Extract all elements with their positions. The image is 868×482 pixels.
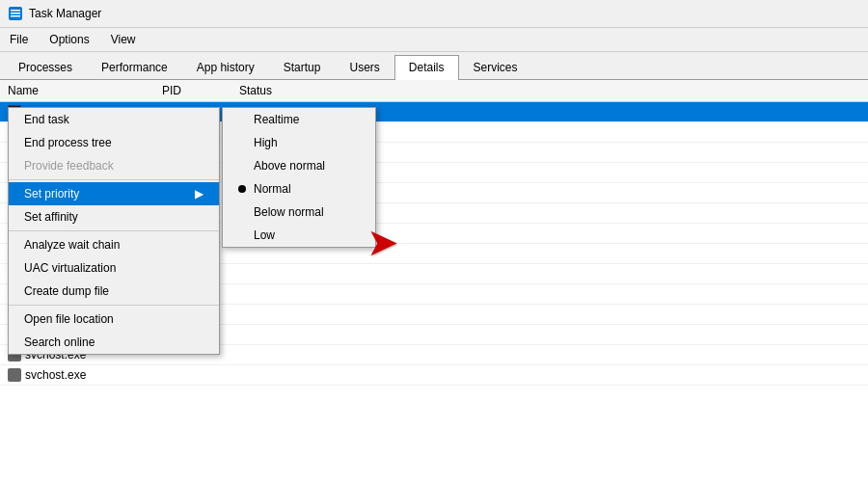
- cell-status: [231, 374, 347, 376]
- table-header: Name PID Status: [0, 80, 868, 102]
- col-header-pid[interactable]: PID: [154, 84, 231, 97]
- cell-status: [231, 273, 347, 275]
- context-end-task[interactable]: End task: [9, 108, 219, 131]
- table-row[interactable]: svchost.exe: [0, 365, 868, 386]
- context-set-affinity[interactable]: Set affinity: [9, 205, 219, 228]
- tab-services[interactable]: Services: [459, 55, 532, 79]
- cell-status: [231, 354, 347, 356]
- tab-performance[interactable]: Performance: [87, 55, 182, 79]
- tab-bar: Processes Performance App history Startu…: [0, 52, 868, 80]
- tab-users[interactable]: Users: [335, 55, 393, 79]
- big-red-arrow: ➤: [366, 223, 399, 261]
- tab-startup[interactable]: Startup: [269, 55, 336, 79]
- cell-name: svchost.exe: [0, 367, 154, 383]
- cell-status: [231, 253, 347, 254]
- submenu-arrow-icon: ▶: [195, 187, 203, 201]
- cell-status: [231, 313, 347, 315]
- context-uac-virtualization[interactable]: UAC virtualization: [9, 256, 219, 280]
- tab-processes[interactable]: Processes: [4, 55, 87, 79]
- col-header-name[interactable]: Name: [0, 84, 154, 97]
- context-separator-3: [9, 305, 219, 306]
- context-separator: [9, 179, 219, 180]
- context-menu: End task End process tree Provide feedba…: [8, 107, 220, 355]
- main-content: Name PID Status dota2.exe 8504 Running s…: [0, 80, 868, 482]
- menu-options[interactable]: Options: [45, 31, 93, 48]
- context-search-online[interactable]: Search online: [9, 331, 219, 354]
- tab-app-history[interactable]: App history: [182, 55, 269, 79]
- menu-bar: File Options View: [0, 28, 868, 52]
- normal-bullet: [238, 185, 246, 193]
- tab-details[interactable]: Details: [394, 55, 459, 80]
- context-provide-feedback: Provide feedback: [9, 154, 219, 177]
- submenu-priority: Realtime High Above normal Normal Below …: [222, 107, 376, 248]
- submenu-normal[interactable]: Normal: [223, 177, 375, 201]
- cell-status: [231, 334, 347, 335]
- submenu-high[interactable]: High: [223, 131, 375, 154]
- window-title: Task Manager: [29, 7, 101, 20]
- menu-file[interactable]: File: [6, 31, 32, 48]
- menu-view[interactable]: View: [107, 31, 140, 48]
- svg-rect-1: [11, 10, 20, 12]
- task-manager-icon: [8, 6, 23, 21]
- col-header-status[interactable]: Status: [231, 84, 347, 97]
- svg-rect-3: [11, 15, 20, 17]
- process-icon: [8, 368, 21, 382]
- context-open-file-location[interactable]: Open file location: [9, 308, 219, 331]
- submenu-below-normal[interactable]: Below normal: [223, 201, 375, 224]
- title-bar: Task Manager: [0, 0, 868, 28]
- submenu-realtime[interactable]: Realtime: [223, 108, 375, 131]
- cell-pid: [154, 374, 231, 376]
- context-end-process-tree[interactable]: End process tree: [9, 131, 219, 154]
- context-separator-2: [9, 230, 219, 231]
- context-analyze-wait-chain[interactable]: Analyze wait chain: [9, 233, 219, 256]
- submenu-above-normal[interactable]: Above normal: [223, 154, 375, 177]
- svg-rect-2: [11, 13, 20, 14]
- context-set-priority[interactable]: Set priority ▶: [9, 182, 219, 205]
- context-create-dump-file[interactable]: Create dump file: [9, 280, 219, 303]
- cell-status: [231, 293, 347, 295]
- submenu-low[interactable]: Low: [223, 224, 375, 247]
